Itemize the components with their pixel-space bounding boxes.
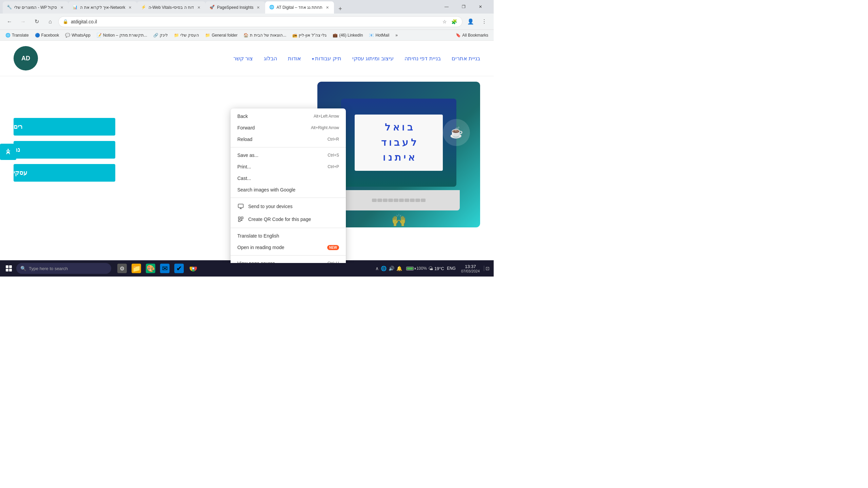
- battery-tip: [415, 268, 416, 269]
- context-menu-print[interactable]: Print... Ctrl+P: [231, 161, 346, 172]
- context-menu-view-source[interactable]: View page source Ctrl+U: [231, 258, 346, 263]
- tab-1-close[interactable]: ✕: [59, 5, 64, 10]
- nav-link-build-sites[interactable]: בניית אתרים: [452, 55, 480, 62]
- context-back-label: Back: [237, 114, 310, 119]
- context-menu-send-devices[interactable]: Send to your devices: [231, 200, 346, 213]
- tab-3[interactable]: ⚡ ה-Web Vitals-דוח ה בסיסי ✕: [137, 1, 206, 14]
- start-button[interactable]: [3, 262, 15, 274]
- tab-2-title: איך לקרוא את ה-Network: [80, 5, 125, 10]
- speaker-icon[interactable]: 🔊: [389, 266, 394, 271]
- more-options-button[interactable]: ⋮: [479, 16, 490, 27]
- taskbar-app-file-explorer[interactable]: 📁: [130, 262, 143, 275]
- taskbar-app-paint[interactable]: 🎨: [144, 262, 157, 275]
- bookmark-whatsapp[interactable]: 💬 WhatsApp: [62, 32, 93, 38]
- bookmarks-bar: 🌐 Translate 🔵 Facebook 💬 WhatsApp 📝 Noti…: [0, 30, 494, 41]
- nav-link-portfolio[interactable]: תיק עבודות: [312, 55, 341, 62]
- context-menu-cast[interactable]: Cast...: [231, 172, 346, 184]
- bookmark-radio[interactable]: 📻 גלי צה"ל און-ליין: [290, 32, 329, 38]
- bookmark-link[interactable]: 🔗 לינק: [151, 32, 171, 38]
- site-logo[interactable]: AD: [14, 46, 38, 70]
- navigation-bar: ← → ↻ ⌂ 🔒 atdigital.co.il ☆ 🧩 👤 ⋮: [0, 14, 494, 30]
- nav-link-design[interactable]: עיצוב ומיתוג עסקי: [352, 55, 394, 62]
- close-button[interactable]: ✕: [473, 1, 488, 12]
- hero-bar-2: נה: [14, 141, 115, 159]
- weather-icon[interactable]: 🌤: [428, 266, 433, 271]
- context-menu-save-as[interactable]: Save as... Ctrl+S: [231, 149, 346, 161]
- home-button[interactable]: ⌂: [45, 16, 56, 27]
- tab-2-close[interactable]: ✕: [127, 5, 133, 10]
- context-menu-qr-code[interactable]: Create QR Code for this page: [231, 213, 346, 226]
- bookmarks-more-button[interactable]: »: [393, 32, 400, 38]
- context-menu-forward[interactable]: Forward Alt+Right Arrow: [231, 122, 346, 134]
- bookmark-translate[interactable]: 🌐 Translate: [3, 32, 32, 38]
- tab-5-close[interactable]: ✕: [324, 5, 330, 10]
- network-icon[interactable]: 🌐: [381, 266, 387, 271]
- mail-icon: ✉: [160, 264, 170, 273]
- show-desktop-icon[interactable]: ⊡: [484, 266, 491, 271]
- tab-3-close[interactable]: ✕: [196, 5, 201, 10]
- bookmark-hotmail[interactable]: 📧 HotMail: [366, 32, 392, 38]
- tab-1[interactable]: 🔧 המוצרים שלי - WP סקול ✕: [3, 1, 68, 14]
- taskbar-search[interactable]: 🔍 Type here to search: [16, 263, 111, 274]
- bookmark-translate-label: Translate: [12, 33, 29, 38]
- task-manager-icon: ⚙: [117, 264, 127, 273]
- chevron-up-icon[interactable]: ∧: [375, 266, 379, 271]
- back-button[interactable]: ←: [4, 16, 15, 27]
- context-menu-reading-mode[interactable]: Open in reading mode NEW: [231, 242, 346, 253]
- taskbar-app-chrome[interactable]: [186, 262, 200, 275]
- bookmark-notion[interactable]: 📝 Notion – תקשורת מתק...: [94, 32, 150, 38]
- tab-4[interactable]: 🚀 PageSpeed Insights ✕: [205, 1, 265, 14]
- facebook-icon: 🔵: [35, 33, 40, 38]
- nav-link-landing-pages[interactable]: בניית דפי נחיתה: [405, 55, 441, 62]
- minimize-button[interactable]: —: [439, 1, 454, 12]
- nav-link-contact[interactable]: צור קשר: [233, 55, 253, 62]
- context-menu-back[interactable]: Back Alt+Left Arrow: [231, 110, 346, 122]
- nav-link-about[interactable]: אודות: [288, 55, 301, 62]
- forward-button[interactable]: →: [18, 16, 28, 27]
- all-bookmarks[interactable]: 🔖 All Bookmarks: [453, 32, 491, 38]
- taskbar-app-tasks[interactable]: ✔: [172, 262, 186, 275]
- context-forward-shortcut: Alt+Right Arrow: [311, 125, 339, 130]
- context-translate-label: Translate to English: [237, 233, 339, 239]
- lock-icon: 🔒: [63, 19, 68, 24]
- bookmark-business[interactable]: 📁 העסק שלי: [171, 32, 202, 38]
- bookmark-facebook[interactable]: 🔵 Facebook: [32, 32, 62, 38]
- context-menu-translate[interactable]: Translate to English: [231, 230, 346, 242]
- profile-button[interactable]: 👤: [465, 16, 476, 27]
- maximize-button[interactable]: ❐: [456, 1, 471, 12]
- address-bar[interactable]: 🔒 atdigital.co.il ☆ 🧩: [58, 16, 462, 27]
- clock[interactable]: 13:37 07/03/2024: [458, 264, 482, 273]
- notification-icon[interactable]: 🔔: [396, 266, 402, 271]
- nav-link-blog[interactable]: הבלוג: [264, 55, 277, 62]
- svg-rect-2: [238, 217, 240, 219]
- tab-1-favicon: 🔧: [7, 5, 12, 10]
- bookmark-star-icon[interactable]: ☆: [440, 18, 449, 26]
- extensions-icon[interactable]: 🧩: [450, 18, 458, 26]
- taskbar-search-placeholder: Type here to search: [29, 266, 68, 271]
- address-bar-icons: ☆ 🧩: [440, 18, 458, 26]
- hero-bar-3-text: עסקי: [14, 169, 27, 177]
- context-menu-reload[interactable]: Reload Ctrl+R: [231, 134, 346, 145]
- tab-4-close[interactable]: ✕: [256, 5, 261, 10]
- context-menu-search-images[interactable]: Search images with Google: [231, 184, 346, 196]
- bookmark-general-folder-label: General folder: [212, 33, 237, 38]
- battery-fill: [407, 267, 413, 270]
- bookmark-linkedin[interactable]: 💼 (46) LinkedIn: [330, 32, 366, 38]
- accessibility-button[interactable]: [0, 144, 16, 160]
- whatsapp-icon: 💬: [65, 33, 70, 38]
- taskbar-app-mail[interactable]: ✉: [158, 262, 172, 275]
- language-indicator[interactable]: ENG: [446, 266, 457, 271]
- new-tab-button[interactable]: +: [335, 4, 345, 14]
- tab-2[interactable]: 📊 איך לקרוא את ה-Network ✕: [68, 1, 137, 14]
- tab-3-favicon: ⚡: [141, 5, 146, 10]
- send-devices-icon: [237, 203, 244, 210]
- svg-rect-1: [238, 204, 243, 208]
- bookmark-expenses[interactable]: 🏠 הוצאות של הבית ת...: [241, 32, 289, 38]
- tab-5[interactable]: 🌐 AT Digital – תחתת גג אחד ✕: [265, 1, 334, 14]
- bookmark-general-folder[interactable]: 📁 General folder: [202, 32, 240, 38]
- business-icon: 📁: [174, 33, 179, 38]
- taskbar-app-task-manager[interactable]: ⚙: [115, 262, 129, 275]
- search-icon: 🔍: [20, 266, 26, 271]
- reload-button[interactable]: ↻: [31, 16, 42, 27]
- tab-5-favicon: 🌐: [269, 5, 275, 10]
